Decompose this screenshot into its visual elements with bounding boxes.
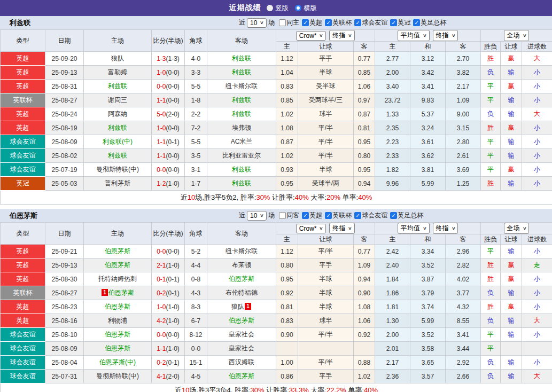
score-fulltime: 1-2: [157, 180, 166, 187]
score-fulltime: 1-1: [157, 152, 166, 160]
col-header-result-handicap: 让球: [501, 234, 522, 245]
home-team-label: 谢周三: [108, 96, 127, 104]
same-venue-checkbox[interactable]: [279, 212, 286, 219]
avg-time-select[interactable]: 终指∨: [433, 30, 458, 41]
avg-home: 2.77: [375, 52, 410, 66]
league-checkbox-label: 球会友谊: [362, 211, 387, 220]
same-venue-checkbox[interactable]: [279, 19, 286, 26]
odds-provider-select[interactable]: Crow*∨: [296, 224, 326, 233]
match-date: 25-08-24: [45, 107, 84, 121]
odds-handicap: [298, 342, 354, 356]
scope-select-label: 全场: [507, 31, 520, 40]
away-team: 埃弗顿: [207, 121, 276, 135]
league-checkbox-label: 英联杯: [332, 18, 352, 27]
league-checkbox-1-2[interactable]: ✓: [354, 212, 361, 219]
league-checkbox-0-2[interactable]: ✓: [354, 19, 361, 26]
away-team-label: 伯恩茅斯: [229, 372, 254, 380]
league-checkbox-label: 英足总杯: [398, 211, 423, 220]
match-date: 25-09-13: [45, 66, 84, 80]
league-checkbox-0-0[interactable]: ✓: [302, 19, 309, 26]
odds-home: 0.90: [276, 328, 298, 342]
result-goals: 大: [522, 314, 552, 328]
league-badge: 球会友谊: [1, 356, 45, 370]
avg-draw: 5.37: [410, 107, 446, 121]
avg-home: 2.01: [375, 342, 410, 356]
match-score: 4-2(1-0): [152, 314, 185, 328]
match-date: 25-07-31: [45, 370, 84, 383]
away-team: 纽卡斯尔联: [207, 245, 276, 258]
col-header-avg-away: 客: [446, 42, 481, 52]
result-handicap: 赢: [501, 52, 522, 66]
avg-provider-select[interactable]: 平均值∨: [398, 223, 430, 234]
col-header-result-wdl: 胜负: [481, 234, 501, 245]
score-halftime: (1-0): [166, 317, 180, 325]
odds-away: 0.92: [354, 328, 375, 342]
chevron-down-icon: ∨: [522, 226, 526, 231]
avg-time-select[interactable]: 终指∨: [433, 223, 458, 234]
match-count-select[interactable]: 10∨: [247, 211, 267, 221]
league-badge: 英超: [1, 66, 45, 80]
summary-segment: 让胜率:: [270, 193, 294, 201]
odds-handicap: 半球: [298, 300, 354, 314]
league-checkbox-0-4[interactable]: ✓: [413, 19, 420, 26]
league-checkbox-1-3[interactable]: ✓: [390, 212, 397, 219]
result-goals: 大: [522, 107, 552, 121]
home-team-label: 富勒姆: [108, 68, 127, 76]
match-count-select[interactable]: 10∨: [247, 18, 267, 28]
home-team-label: 伯恩茅斯: [105, 303, 130, 310]
score-fulltime: 4-1: [157, 373, 166, 380]
col-header-odds-handicap: 让球: [298, 234, 354, 245]
odds-time-select[interactable]: 终指∨: [329, 223, 355, 234]
summary-segment: 近: [181, 193, 188, 201]
league-badge: 英超: [1, 314, 45, 328]
summary-segment: 40%: [358, 193, 372, 201]
result-handicap: 输: [501, 107, 522, 121]
odds-handicap: 受两球半/三: [298, 93, 354, 107]
result-wdl: 负: [481, 66, 501, 80]
odds-group-header: Crow*∨终指∨: [276, 30, 375, 42]
avg-home: 3.40: [375, 80, 410, 93]
layout-radio-0[interactable]: [267, 5, 273, 11]
odds-home: 0.83: [276, 314, 298, 328]
league-badge: 球会友谊: [1, 149, 45, 163]
corner-score: 1-8: [185, 93, 207, 107]
score-halftime: (0-0): [166, 166, 180, 174]
away-team-label: 利兹联: [232, 166, 251, 173]
away-team: 利兹联: [207, 163, 276, 177]
scope-select[interactable]: 全场∨: [504, 30, 530, 41]
match-date: 25-08-27: [45, 93, 84, 107]
score-fulltime: 0-2: [157, 289, 166, 297]
score-halftime: (2-0): [166, 373, 180, 380]
odds-provider-select[interactable]: Crow*∨: [296, 31, 326, 41]
league-checkbox-0-3[interactable]: ✓: [390, 19, 397, 26]
match-score: 5-0(2-0): [152, 107, 185, 121]
odds-handicap: 球半: [298, 314, 354, 328]
odds-handicap: 半球: [298, 272, 354, 286]
layout-radio-label-0: 竖版: [276, 4, 289, 13]
avg-draw: 3.62: [410, 149, 446, 163]
layout-radio-1[interactable]: [295, 5, 301, 11]
league-checkbox-1-1[interactable]: ✓: [325, 212, 332, 219]
match-count-select-label: 10: [250, 19, 257, 27]
scope-select[interactable]: 全场∨: [504, 223, 530, 234]
score-fulltime: 0-1: [157, 276, 166, 283]
col-header-date: 日期: [45, 223, 84, 245]
odds-away: 1.09: [354, 258, 375, 272]
chevron-down-icon: ∨: [260, 20, 264, 25]
result-handicap: 输: [501, 245, 522, 258]
league-checkbox-1-0[interactable]: ✓: [302, 212, 309, 219]
avg-away: 1.25: [446, 177, 481, 191]
away-team-label: 皇家社会: [229, 344, 254, 352]
home-team: 谢周三: [84, 93, 152, 107]
avg-draw: 3.52: [410, 328, 446, 342]
league-badge: 英超: [1, 272, 45, 286]
avg-away: 8.55: [446, 314, 481, 328]
odds-time-select[interactable]: 终指∨: [329, 30, 355, 41]
avg-home: 1.82: [375, 163, 410, 177]
avg-provider-select[interactable]: 平均值∨: [398, 30, 430, 41]
league-checkbox-0-1[interactable]: ✓: [325, 19, 332, 26]
away-team-label: 利兹联: [232, 110, 251, 117]
result-wdl: 负: [481, 370, 501, 383]
scope-group-header: 全场∨: [481, 223, 552, 234]
corner-score: 4-0: [185, 52, 207, 66]
